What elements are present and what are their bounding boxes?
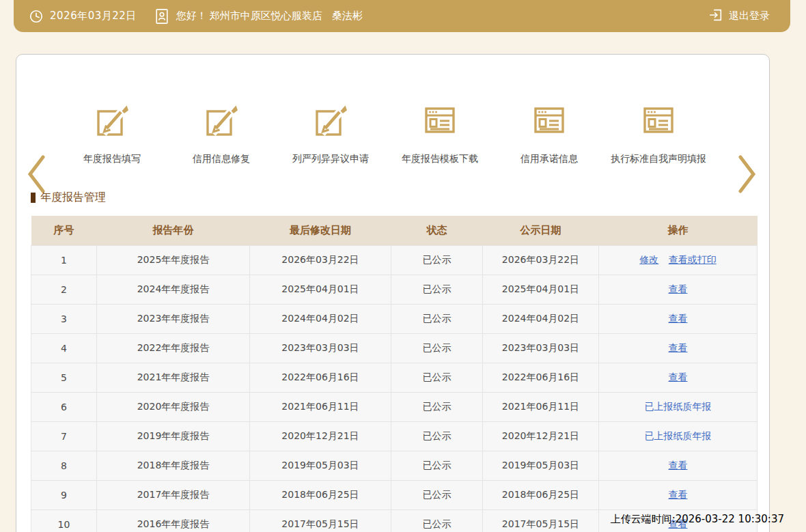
cell-actions: 查看	[599, 451, 758, 480]
shortcut-label: 信用承诺信息	[520, 153, 578, 165]
cell-actions: 查看	[599, 304, 758, 333]
cell-status: 已公示	[391, 245, 483, 275]
company-name: 郑州市中原区悦心服装店	[210, 10, 322, 23]
cell-status: 已公示	[391, 480, 483, 509]
cell-year: 2016年年度报告	[97, 509, 250, 532]
view-or-print-link[interactable]: 查看或打印	[669, 254, 717, 265]
cell-modified: 2017年05月15日	[250, 509, 391, 532]
cell-year: 2024年年度报告	[97, 275, 250, 304]
view-link[interactable]: 查看	[669, 283, 688, 294]
carousel-items: 年度报告填写 信用信息修复	[57, 102, 713, 165]
cell-modified: 2024年04月02日	[250, 304, 391, 333]
cell-actions: 查看	[599, 480, 758, 509]
cell-status: 已公示	[391, 451, 483, 480]
header-year: 报告年份	[97, 216, 250, 245]
cell-seq: 10	[31, 509, 97, 532]
header-status: 状态	[391, 216, 483, 245]
logout-button[interactable]: 退出登录	[708, 8, 770, 25]
shortcut-label: 列严列异异议申请	[292, 153, 369, 165]
top-bar: 2026年03月22日 您好！ 郑州市中原区悦心服装店 桑法彬 退出登录	[14, 0, 790, 32]
clock-icon	[29, 9, 44, 24]
cell-modified: 2020年12月21日	[250, 421, 391, 451]
view-link[interactable]: 查看	[669, 489, 688, 500]
modify-link[interactable]: 修改	[639, 254, 658, 265]
title-bullet-icon	[31, 193, 36, 203]
cell-seq: 3	[31, 304, 97, 333]
section-title-text: 年度报告管理	[40, 191, 106, 205]
shortcut-credit-commitment[interactable]: 信用承诺信息	[495, 102, 604, 165]
logout-label: 退出登录	[729, 10, 770, 23]
shortcut-label: 年度报告模板下载	[402, 153, 478, 165]
view-link[interactable]: 查看	[669, 372, 688, 382]
cell-year: 2021年年度报告	[97, 363, 250, 392]
table-header-row: 序号 报告年份 最后修改日期 状态 公示日期 操作	[31, 216, 758, 245]
cell-actions: 修改 查看或打印	[599, 245, 758, 275]
cell-year: 2022年年度报告	[97, 333, 250, 363]
table-row: 2 2024年年度报告 2025年04月01日 已公示 2025年04月01日 …	[31, 275, 758, 304]
edit-icon	[204, 102, 239, 141]
shortcut-standard-declaration[interactable]: 执行标准自我声明填报	[604, 102, 713, 165]
view-link[interactable]: 查看	[669, 313, 688, 324]
view-link[interactable]: 查看	[669, 342, 688, 353]
table-row: 1 2025年年度报告 2026年03月22日 已公示 2026年03月22日 …	[31, 245, 758, 275]
cell-published: 2025年04月01日	[483, 275, 599, 304]
cell-seq: 4	[31, 333, 97, 363]
cell-modified: 2021年06月11日	[250, 392, 391, 421]
cell-published: 2022年06月16日	[483, 363, 599, 392]
cell-actions: 查看	[599, 333, 758, 363]
cell-seq: 9	[31, 480, 97, 509]
cell-year: 2019年年度报告	[97, 421, 250, 451]
cell-status: 已公示	[391, 363, 483, 392]
shortcut-template-download[interactable]: 年度报告模板下载	[385, 102, 495, 165]
shortcut-credit-repair[interactable]: 信用信息修复	[167, 102, 276, 165]
logout-icon	[708, 8, 723, 25]
cell-published: 2018年06月25日	[483, 480, 599, 509]
table-row: 5 2021年年度报告 2022年06月16日 已公示 2022年06月16日 …	[31, 363, 758, 392]
table-row: 7 2019年年度报告 2020年12月21日 已公示 2020年12月21日 …	[31, 421, 758, 451]
cell-seq: 5	[31, 363, 97, 392]
header-published: 公示日期	[483, 216, 599, 245]
cell-seq: 7	[31, 421, 97, 451]
carousel-next-arrow-icon[interactable]	[738, 154, 757, 197]
browser-icon	[641, 102, 676, 141]
cell-year: 2023年年度报告	[97, 304, 250, 333]
table-row: 3 2023年年度报告 2024年04月02日 已公示 2024年04月02日 …	[31, 304, 758, 333]
browser-icon	[531, 102, 567, 141]
section-title: 年度报告管理	[31, 191, 106, 205]
cell-status: 已公示	[391, 509, 483, 532]
cell-seq: 1	[31, 245, 97, 275]
cell-status: 已公示	[391, 421, 483, 451]
cell-actions: 查看	[599, 275, 758, 304]
cell-seq: 6	[31, 392, 97, 421]
shortcut-objection-apply[interactable]: 列严列异异议申请	[276, 102, 385, 165]
greeting-text: 您好！	[176, 10, 207, 23]
cell-status: 已公示	[391, 275, 483, 304]
cell-actions: 已上报纸质年报	[599, 421, 758, 451]
main-card: 年度报告填写 信用信息修复	[16, 54, 770, 532]
view-link[interactable]: 查看	[669, 460, 688, 471]
cell-seq: 8	[31, 451, 97, 480]
shortcut-label: 年度报告填写	[83, 153, 141, 165]
cell-modified: 2018年06月25日	[250, 480, 391, 509]
cell-status: 已公示	[391, 304, 483, 333]
cell-year: 2017年年度报告	[97, 480, 250, 509]
paper-report-submitted-link[interactable]: 已上报纸质年报	[645, 401, 712, 412]
table-row: 6 2020年年度报告 2021年06月11日 已公示 2021年06月11日 …	[31, 392, 758, 421]
cell-year: 2018年年度报告	[97, 451, 250, 480]
table-row: 9 2017年年度报告 2018年06月25日 已公示 2018年06月25日 …	[31, 480, 758, 509]
cell-modified: 2026年03月22日	[250, 245, 391, 275]
edit-icon	[313, 102, 348, 141]
cell-modified: 2022年06月16日	[250, 363, 391, 392]
shortcut-label: 信用信息修复	[193, 153, 250, 165]
cell-modified: 2023年03月03日	[250, 333, 391, 363]
browser-icon	[422, 102, 458, 141]
cell-published: 2021年06月11日	[483, 392, 599, 421]
cell-seq: 2	[31, 275, 97, 304]
cell-year: 2020年年度报告	[97, 392, 250, 421]
cell-published: 2017年05月15日	[483, 509, 599, 532]
paper-report-submitted-link[interactable]: 已上报纸质年报	[645, 430, 712, 441]
cell-published: 2026年03月22日	[483, 245, 599, 275]
cell-actions: 已上报纸质年报	[599, 392, 758, 421]
user-name: 桑法彬	[332, 10, 363, 23]
shortcut-annual-report-fill[interactable]: 年度报告填写	[57, 102, 167, 165]
